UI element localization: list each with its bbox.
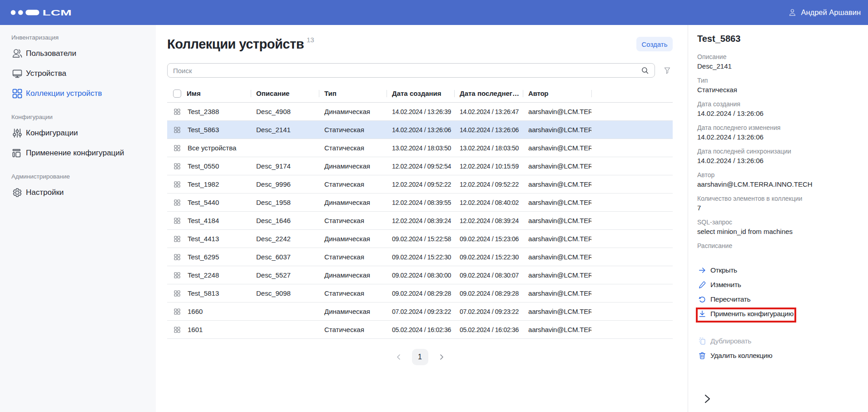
layout-icon xyxy=(12,148,22,158)
cell-created: 12.02.2024 / 08:39:55 xyxy=(387,199,454,206)
sidebar-section-label: Инвентаризация xyxy=(0,34,156,41)
cell-name: Test_1982 xyxy=(188,180,219,188)
cell-name: Test_2388 xyxy=(188,108,219,115)
detail-field: ОписаниеDesc_2141 xyxy=(697,53,862,71)
table-row[interactable]: Test_6295Desc_6037Статическая09.02.2024 … xyxy=(167,248,673,266)
table-row[interactable]: Test_5813Desc_9098Статическая09.02.2024 … xyxy=(167,284,673,303)
sidebar-section-label: Конфигурации xyxy=(0,114,156,120)
cell-type: Динамическая xyxy=(319,108,387,115)
action-download[interactable]: Применить конфигурацию xyxy=(698,307,794,321)
action-pencil[interactable]: Изменить xyxy=(698,278,794,292)
cell-name: Test_4413 xyxy=(188,235,219,243)
detail-field: Дата последней синхронизации14.02.2024 /… xyxy=(697,147,862,165)
cell-modified: 05.02.2024 / 16:02:36 xyxy=(454,326,523,333)
table-row[interactable]: Test_4413Desc_2242Динамическая09.02.2024… xyxy=(167,230,673,248)
table-row[interactable]: 1660Динамическая07.02.2024 / 09:23:2207.… xyxy=(167,303,673,321)
pagination-page-1[interactable]: 1 xyxy=(412,349,428,365)
table-row[interactable]: Test_0550Desc_9174Динамическая12.02.2024… xyxy=(167,157,673,175)
gear-icon xyxy=(12,188,22,198)
pagination-prev-icon[interactable] xyxy=(396,354,402,360)
panel-collapse-icon[interactable] xyxy=(704,394,711,404)
search-input[interactable] xyxy=(167,63,655,78)
field-value: 14.02.2024 / 13:26:06 xyxy=(697,156,862,165)
cell-type: Статическая xyxy=(319,217,387,224)
cell-created: 05.02.2024 / 16:02:36 xyxy=(387,326,454,333)
cell-created: 12.02.2024 / 08:39:24 xyxy=(387,217,454,224)
sidebar-item[interactable]: Пользователи xyxy=(0,44,156,64)
sidebar-item[interactable]: Конфигурации xyxy=(0,123,156,143)
table-row[interactable]: Test_2248Desc_5527Динамическая09.02.2024… xyxy=(167,266,673,284)
collection-icon xyxy=(174,181,180,188)
collection-icon xyxy=(174,163,180,169)
action-label: Применить конфигурацию xyxy=(710,310,794,318)
arrow-right-icon xyxy=(698,266,706,274)
sidebar-item[interactable]: Устройства xyxy=(0,64,156,84)
action-copy[interactable]: Дублировать xyxy=(698,334,794,348)
cell-author: aarshavin@LCM.TERRA.INNO.TECH xyxy=(523,162,591,170)
table-row[interactable]: Test_5863Desc_2141Статическая14.02.2024 … xyxy=(167,121,673,139)
cell-name: Test_5813 xyxy=(188,289,219,297)
action-trash[interactable]: Удалить коллекцию xyxy=(698,348,794,363)
cell-type: Статическая xyxy=(319,326,387,333)
column-header-created[interactable]: Дата создания xyxy=(387,89,454,97)
field-value: 14.02.2024 / 13:26:06 xyxy=(697,109,862,118)
cell-created: 13.02.2024 / 18:03:50 xyxy=(387,144,454,152)
cell-modified: 13.02.2024 / 18:03:50 xyxy=(454,144,523,152)
detail-field: Расписание xyxy=(697,242,862,250)
sidebar-item[interactable]: Настройки xyxy=(0,183,156,203)
cell-description: Desc_1958 xyxy=(251,199,319,206)
column-header-author[interactable]: Автор xyxy=(523,89,591,97)
action-arrow-right[interactable]: Открыть xyxy=(698,263,794,278)
cell-type: Статическая xyxy=(319,180,387,188)
action-refresh[interactable]: Пересчитать xyxy=(698,292,794,307)
cell-author: aarshavin@LCM.TERRA.INNO.TECH xyxy=(523,253,591,261)
action-label: Открыть xyxy=(710,266,737,274)
cell-name: 1660 xyxy=(188,308,203,315)
cell-type: Динамическая xyxy=(319,308,387,315)
table-row[interactable]: Test_4184Desc_1646Статическая12.02.2024 … xyxy=(167,212,673,230)
cell-author: aarshavin@LCM.TERRA.INNO.TECH xyxy=(523,308,591,315)
table-row[interactable]: Все устройстваСтатическая13.02.2024 / 18… xyxy=(167,139,673,157)
cell-author: aarshavin@LCM.TERRA.INNO.TECH xyxy=(523,126,591,134)
column-header-name[interactable]: Имя xyxy=(187,89,201,97)
cell-created: 12.02.2024 / 09:52:22 xyxy=(387,181,454,188)
cell-created: 09.02.2024 / 08:30:00 xyxy=(387,272,454,279)
user-menu[interactable]: Андрей Аршавин xyxy=(788,8,861,17)
table-row[interactable]: Test_2388Desc_4908Динамическая14.02.2024… xyxy=(167,103,673,121)
column-header-type[interactable]: Тип xyxy=(319,89,387,97)
table-row[interactable]: Test_1982Desc_9996Статическая12.02.2024 … xyxy=(167,175,673,194)
cell-description: Desc_4908 xyxy=(251,108,319,115)
cell-author: aarshavin@LCM.TERRA.INNO.TECH xyxy=(523,108,591,115)
column-header-description[interactable]: Описание xyxy=(251,89,319,97)
sidebar-item[interactable]: Применение конфигураций xyxy=(0,143,156,163)
user-name: Андрей Аршавин xyxy=(801,8,861,17)
pagination-next-icon[interactable] xyxy=(438,354,445,360)
lcm-logo: LCM xyxy=(10,7,72,18)
select-all-checkbox[interactable] xyxy=(173,89,181,98)
download-icon xyxy=(698,310,706,318)
grid-icon xyxy=(12,89,22,99)
collection-icon xyxy=(174,236,180,242)
create-button[interactable]: Создать xyxy=(636,37,673,51)
sidebar-item[interactable]: Коллекции устройств xyxy=(0,84,156,104)
sidebar-item-label: Применение конфигураций xyxy=(26,149,124,158)
search-icon[interactable] xyxy=(641,66,649,74)
field-value: 7 xyxy=(697,203,862,213)
sidebar-item-label: Устройства xyxy=(26,69,66,78)
column-header-modified[interactable]: Дата последнег… xyxy=(454,89,523,97)
field-label: Дата последней синхронизации xyxy=(697,147,862,155)
table-header-row: ИмяОписаниеТипДата созданияДата последне… xyxy=(167,84,673,103)
cell-author: aarshavin@LCM.TERRA.INNO.TECH xyxy=(523,326,591,333)
users-icon xyxy=(12,49,22,59)
filter-icon[interactable] xyxy=(664,67,670,74)
field-label: Расписание xyxy=(697,242,862,250)
detail-field: Количество элементов в коллекции7 xyxy=(697,194,862,213)
collections-table: ИмяОписаниеТипДата созданияДата последне… xyxy=(167,84,673,339)
column-divider xyxy=(454,90,455,97)
table-row[interactable]: 1601Статическая05.02.2024 / 16:02:3605.0… xyxy=(167,321,673,339)
table-row[interactable]: Test_5440Desc_1958Динамическая12.02.2024… xyxy=(167,194,673,212)
field-label: Описание xyxy=(697,53,862,61)
detail-panel: Test_5863 ОписаниеDesc_2141ТипСтатическа… xyxy=(688,25,868,412)
field-label: Дата последнего изменения xyxy=(697,124,862,132)
collection-icon xyxy=(174,199,180,206)
